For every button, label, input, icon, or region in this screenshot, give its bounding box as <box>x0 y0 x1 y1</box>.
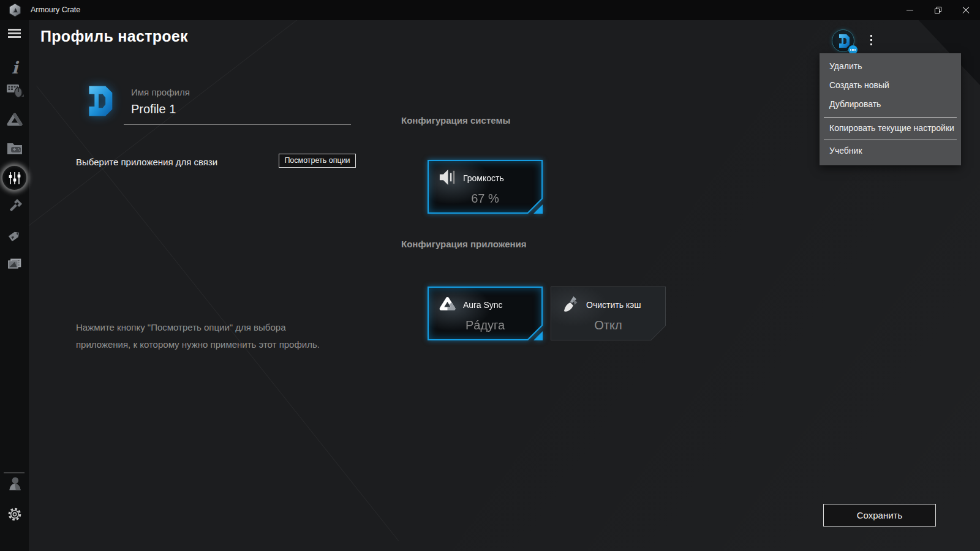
armoury-crate-logo-icon <box>8 3 22 17</box>
clean-cache-card[interactable]: Очистить кэш Откл <box>551 287 666 340</box>
sidebar-item-info[interactable]: i <box>5 58 24 77</box>
menu-item-duplicate[interactable]: Дублировать <box>820 95 961 114</box>
aura-sync-card-value: Рáдуга <box>428 318 543 332</box>
hamburger-menu-button[interactable] <box>8 29 21 39</box>
sidebar-divider <box>4 473 24 473</box>
sidebar-item-account[interactable] <box>5 474 24 493</box>
sidebar-item-news[interactable] <box>5 255 24 274</box>
close-icon <box>962 7 970 14</box>
profile-avatar-logo-icon <box>836 33 851 49</box>
clean-cache-card-label: Очистить кэш <box>586 300 641 310</box>
sidebar-item-offers[interactable] <box>5 226 24 246</box>
clean-cache-icon <box>561 294 580 313</box>
menu-divider <box>824 140 957 140</box>
profile-menu-button[interactable] <box>870 35 873 47</box>
sidebar-item-aura[interactable] <box>5 110 24 129</box>
profile-name-label: Имя профиля <box>131 87 190 97</box>
sidebar-item-tools[interactable] <box>5 197 24 216</box>
profile-dropdown-menu: Удалить Создать новый Дублировать Копиро… <box>820 53 961 165</box>
aura-icon <box>438 294 457 313</box>
profile-name-underline <box>124 124 351 125</box>
view-options-button[interactable]: Посмотреть опции <box>279 154 356 168</box>
settings-gear-icon <box>6 506 23 523</box>
aura-sync-card[interactable]: Aura Sync Рáдуга <box>428 287 543 340</box>
game-library-icon <box>6 141 24 157</box>
menu-item-create-new[interactable]: Создать новый <box>820 76 961 95</box>
menu-item-delete[interactable]: Удалить <box>820 57 961 76</box>
volume-card-label: Громкость <box>463 173 504 183</box>
aura-sync-card-label: Aura Sync <box>463 300 503 310</box>
volume-card-value: 67 % <box>428 192 543 206</box>
aura-icon <box>6 111 24 128</box>
tag-icon <box>6 228 23 244</box>
restore-button[interactable] <box>924 0 952 20</box>
close-button[interactable] <box>952 0 980 20</box>
clean-cache-card-value: Откл <box>551 318 666 332</box>
sidebar-item-devices[interactable] <box>5 81 24 100</box>
menu-item-tutorial[interactable]: Учебник <box>820 142 961 159</box>
titlebar: Armoury Crate <box>0 0 980 20</box>
minimize-icon <box>907 10 913 10</box>
info-icon: i <box>7 58 23 77</box>
profile-logo-icon <box>82 83 115 119</box>
menu-divider <box>824 117 957 118</box>
window-title: Armoury Crate <box>31 0 80 20</box>
sidebar: i <box>0 20 29 551</box>
hint-text: Нажмите кнопку "Посмотреть опции" для вы… <box>76 319 320 353</box>
sidebar-item-settings[interactable] <box>5 504 24 524</box>
volume-card[interactable]: Громкость 67 % <box>428 160 543 214</box>
main-content: Профиль настроек Имя профиля Profile 1 В… <box>29 20 980 551</box>
menu-item-copy-current-settings[interactable]: Копировать текущие настройки <box>820 119 961 137</box>
user-icon <box>6 475 23 492</box>
profile-name-input[interactable]: Profile 1 <box>131 102 176 116</box>
minimize-button[interactable] <box>895 0 924 20</box>
save-button[interactable]: Сохранить <box>823 504 936 527</box>
system-config-heading: Конфигурация системы <box>401 115 510 126</box>
wrench-icon <box>6 198 23 215</box>
app-config-heading: Конфигурация приложения <box>401 239 527 249</box>
sidebar-item-profiles-active[interactable] <box>2 165 27 190</box>
link-apps-label: Выберите приложения для связи <box>76 157 217 167</box>
restore-icon <box>935 7 941 13</box>
svg-text:i: i <box>12 58 20 77</box>
devices-icon <box>6 82 24 99</box>
sidebar-item-game-library[interactable] <box>5 139 24 159</box>
page-title: Профиль настроек <box>40 28 188 45</box>
profiles-sliders-icon <box>8 171 21 185</box>
volume-icon <box>438 168 457 187</box>
hint-line-1: Нажмите кнопку "Посмотреть опции" для вы… <box>76 319 320 336</box>
hint-line-2: приложения, к которому нужно применить э… <box>76 336 320 353</box>
news-icon <box>6 257 23 272</box>
